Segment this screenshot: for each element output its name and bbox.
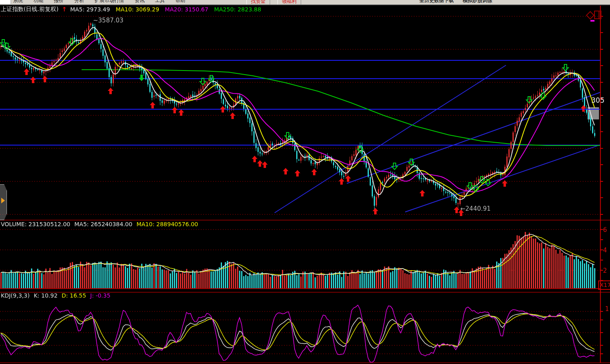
peak-price-annotation: ~3587.03: [93, 17, 124, 24]
ma-label-0: MA5: 2973.49: [70, 6, 110, 13]
window-split-line: [599, 11, 599, 18]
kdj-header-seg-2: D: 16.55: [62, 292, 86, 299]
ma-label-1: MA10: 3069.29: [116, 6, 160, 13]
split-window-icon[interactable]: [594, 11, 601, 19]
volume-pane-header: VOLUME: 231530512.00MA5: 265240384.00MA1…: [1, 221, 198, 227]
volume-axis-label-0: 6: [603, 226, 607, 234]
menu-item-3[interactable]: 分析: [74, 0, 84, 4]
expand-arrow-icon: [1, 198, 5, 203]
sidebar-flyout-handle[interactable]: [0, 184, 7, 220]
kdj-axis-label: 1: [605, 305, 609, 313]
ma-values: MA5: 2973.49MA10: 3069.29MA20: 3150.67MA…: [70, 6, 261, 13]
menu-items: 系统功能报价分析扩展市场行情资讯工具帮助: [13, 0, 185, 4]
menu-item-6[interactable]: 工具: [155, 0, 165, 4]
volume-scale-label: X17: [600, 282, 610, 288]
menu-item-7[interactable]: 帮助: [175, 0, 185, 4]
chart-canvas[interactable]: [0, 0, 610, 364]
promo-button-1[interactable]: 领福利: [277, 0, 301, 5]
kdj-header-seg-3: J: -0.35: [90, 292, 111, 299]
menu-item-4[interactable]: 扩展市场行情: [95, 0, 124, 4]
menu-item-5[interactable]: 资讯: [135, 0, 144, 4]
volume-header-seg-2: MA10: 288940576.00: [136, 221, 198, 227]
kdj-header-seg-1: K: 10.92: [34, 292, 58, 299]
volume-header-seg-1: MA5: 265240384.00: [74, 221, 132, 227]
magenta-marker-icon: [590, 20, 594, 22]
volume-header-seg-0: VOLUME: 231530512.00: [1, 221, 70, 227]
ma-label-2: MA20: 3150.67: [165, 6, 209, 13]
menubar-right-items: 全历史数据下载模拟炒股训练: [419, 0, 492, 4]
current-price-label: 305: [591, 96, 604, 104]
volume-axis-label-1: 4: [603, 247, 607, 254]
menu-item-0[interactable]: 系统: [13, 0, 23, 4]
menu-item-1[interactable]: 功能: [33, 0, 43, 4]
kdj-pane-header: KDJ(9,3,3)K: 10.92D: 16.55J: -0.35: [1, 292, 111, 299]
volume-axis-label-2: 2: [603, 267, 607, 274]
up-trend-icon: ↑: [62, 6, 67, 13]
main-chart-header: 上证指数(日线.前复权) ↑ MA5: 2973.49MA10: 3069.29…: [1, 6, 261, 13]
promo-button-0[interactable]: 找资金: [246, 0, 270, 5]
window-menu-icon[interactable]: [0, 0, 11, 4]
ma-label-3: MA250: 2823.88: [214, 6, 261, 13]
trough-price-annotation: ←2440.91: [460, 205, 491, 212]
top-menubar[interactable]: 系统功能报价分析扩展市场行情资讯工具帮助 找资金领福利 全历史数据下载模拟炒股训…: [0, 0, 610, 5]
trading-terminal: 系统功能报价分析扩展市场行情资讯工具帮助 找资金领福利 全历史数据下载模拟炒股训…: [0, 0, 610, 364]
menubar-right-item-0[interactable]: 全历史数据下载: [419, 0, 454, 4]
menu-item-2[interactable]: 报价: [54, 0, 64, 4]
instrument-title: 上证指数(日线.前复权): [1, 6, 58, 13]
promo-buttons: 找资金领福利: [246, 0, 301, 5]
kdj-header-seg-0: KDJ(9,3,3): [1, 292, 30, 299]
menubar-right-item-1[interactable]: 模拟炒股训练: [463, 0, 492, 4]
